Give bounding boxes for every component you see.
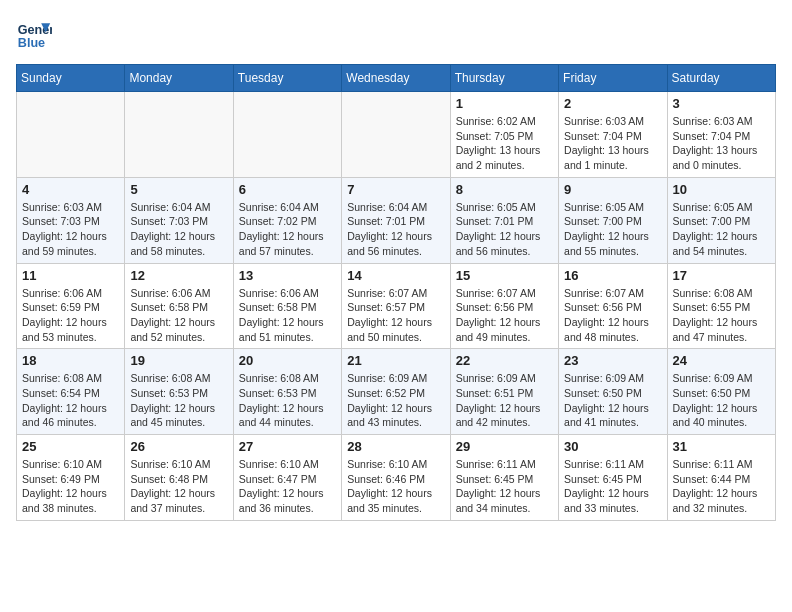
calendar-week-row: 25Sunrise: 6:10 AMSunset: 6:49 PMDayligh… [17, 435, 776, 521]
day-info: Sunrise: 6:04 AMSunset: 7:03 PMDaylight:… [130, 200, 227, 259]
calendar-week-row: 4Sunrise: 6:03 AMSunset: 7:03 PMDaylight… [17, 177, 776, 263]
calendar-header-row: SundayMondayTuesdayWednesdayThursdayFrid… [17, 65, 776, 92]
calendar-table: SundayMondayTuesdayWednesdayThursdayFrid… [16, 64, 776, 521]
calendar-day-cell: 7Sunrise: 6:04 AMSunset: 7:01 PMDaylight… [342, 177, 450, 263]
day-number: 21 [347, 353, 444, 368]
calendar-day-cell [342, 92, 450, 178]
calendar-header-tuesday: Tuesday [233, 65, 341, 92]
day-info: Sunrise: 6:06 AMSunset: 6:59 PMDaylight:… [22, 286, 119, 345]
calendar-header-thursday: Thursday [450, 65, 558, 92]
day-number: 18 [22, 353, 119, 368]
day-number: 22 [456, 353, 553, 368]
calendar-day-cell: 6Sunrise: 6:04 AMSunset: 7:02 PMDaylight… [233, 177, 341, 263]
day-number: 3 [673, 96, 770, 111]
page-header: General Blue [16, 16, 776, 52]
day-info: Sunrise: 6:11 AMSunset: 6:45 PMDaylight:… [456, 457, 553, 516]
calendar-header-sunday: Sunday [17, 65, 125, 92]
calendar-day-cell: 1Sunrise: 6:02 AMSunset: 7:05 PMDaylight… [450, 92, 558, 178]
calendar-day-cell: 11Sunrise: 6:06 AMSunset: 6:59 PMDayligh… [17, 263, 125, 349]
day-number: 17 [673, 268, 770, 283]
day-number: 7 [347, 182, 444, 197]
day-info: Sunrise: 6:05 AMSunset: 7:00 PMDaylight:… [564, 200, 661, 259]
day-number: 16 [564, 268, 661, 283]
calendar-week-row: 11Sunrise: 6:06 AMSunset: 6:59 PMDayligh… [17, 263, 776, 349]
calendar-day-cell: 20Sunrise: 6:08 AMSunset: 6:53 PMDayligh… [233, 349, 341, 435]
day-info: Sunrise: 6:11 AMSunset: 6:44 PMDaylight:… [673, 457, 770, 516]
day-info: Sunrise: 6:11 AMSunset: 6:45 PMDaylight:… [564, 457, 661, 516]
svg-text:Blue: Blue [18, 36, 45, 50]
calendar-day-cell [125, 92, 233, 178]
day-info: Sunrise: 6:05 AMSunset: 7:01 PMDaylight:… [456, 200, 553, 259]
day-number: 25 [22, 439, 119, 454]
day-number: 5 [130, 182, 227, 197]
calendar-day-cell: 27Sunrise: 6:10 AMSunset: 6:47 PMDayligh… [233, 435, 341, 521]
day-number: 31 [673, 439, 770, 454]
day-info: Sunrise: 6:03 AMSunset: 7:04 PMDaylight:… [673, 114, 770, 173]
logo-icon: General Blue [16, 16, 52, 52]
day-info: Sunrise: 6:03 AMSunset: 7:04 PMDaylight:… [564, 114, 661, 173]
calendar-day-cell: 18Sunrise: 6:08 AMSunset: 6:54 PMDayligh… [17, 349, 125, 435]
logo: General Blue [16, 16, 56, 52]
day-number: 2 [564, 96, 661, 111]
calendar-day-cell: 21Sunrise: 6:09 AMSunset: 6:52 PMDayligh… [342, 349, 450, 435]
day-number: 9 [564, 182, 661, 197]
day-number: 1 [456, 96, 553, 111]
day-number: 15 [456, 268, 553, 283]
day-info: Sunrise: 6:09 AMSunset: 6:51 PMDaylight:… [456, 371, 553, 430]
calendar-day-cell: 28Sunrise: 6:10 AMSunset: 6:46 PMDayligh… [342, 435, 450, 521]
calendar-header-friday: Friday [559, 65, 667, 92]
day-info: Sunrise: 6:07 AMSunset: 6:56 PMDaylight:… [456, 286, 553, 345]
calendar-header-monday: Monday [125, 65, 233, 92]
day-number: 29 [456, 439, 553, 454]
calendar-day-cell: 26Sunrise: 6:10 AMSunset: 6:48 PMDayligh… [125, 435, 233, 521]
day-info: Sunrise: 6:10 AMSunset: 6:47 PMDaylight:… [239, 457, 336, 516]
day-info: Sunrise: 6:04 AMSunset: 7:02 PMDaylight:… [239, 200, 336, 259]
day-info: Sunrise: 6:06 AMSunset: 6:58 PMDaylight:… [239, 286, 336, 345]
calendar-day-cell: 13Sunrise: 6:06 AMSunset: 6:58 PMDayligh… [233, 263, 341, 349]
calendar-day-cell: 16Sunrise: 6:07 AMSunset: 6:56 PMDayligh… [559, 263, 667, 349]
day-info: Sunrise: 6:03 AMSunset: 7:03 PMDaylight:… [22, 200, 119, 259]
day-number: 11 [22, 268, 119, 283]
calendar-day-cell: 29Sunrise: 6:11 AMSunset: 6:45 PMDayligh… [450, 435, 558, 521]
calendar-day-cell: 10Sunrise: 6:05 AMSunset: 7:00 PMDayligh… [667, 177, 775, 263]
day-number: 27 [239, 439, 336, 454]
calendar-week-row: 18Sunrise: 6:08 AMSunset: 6:54 PMDayligh… [17, 349, 776, 435]
day-info: Sunrise: 6:08 AMSunset: 6:53 PMDaylight:… [239, 371, 336, 430]
day-info: Sunrise: 6:10 AMSunset: 6:48 PMDaylight:… [130, 457, 227, 516]
day-number: 10 [673, 182, 770, 197]
calendar-day-cell: 25Sunrise: 6:10 AMSunset: 6:49 PMDayligh… [17, 435, 125, 521]
day-number: 24 [673, 353, 770, 368]
calendar-day-cell: 8Sunrise: 6:05 AMSunset: 7:01 PMDaylight… [450, 177, 558, 263]
calendar-day-cell: 4Sunrise: 6:03 AMSunset: 7:03 PMDaylight… [17, 177, 125, 263]
day-number: 12 [130, 268, 227, 283]
calendar-day-cell: 9Sunrise: 6:05 AMSunset: 7:00 PMDaylight… [559, 177, 667, 263]
day-info: Sunrise: 6:10 AMSunset: 6:49 PMDaylight:… [22, 457, 119, 516]
calendar-header-saturday: Saturday [667, 65, 775, 92]
day-info: Sunrise: 6:09 AMSunset: 6:50 PMDaylight:… [673, 371, 770, 430]
calendar-day-cell: 31Sunrise: 6:11 AMSunset: 6:44 PMDayligh… [667, 435, 775, 521]
day-number: 28 [347, 439, 444, 454]
day-number: 26 [130, 439, 227, 454]
day-info: Sunrise: 6:07 AMSunset: 6:56 PMDaylight:… [564, 286, 661, 345]
day-number: 6 [239, 182, 336, 197]
calendar-day-cell: 12Sunrise: 6:06 AMSunset: 6:58 PMDayligh… [125, 263, 233, 349]
day-number: 8 [456, 182, 553, 197]
day-number: 30 [564, 439, 661, 454]
day-number: 19 [130, 353, 227, 368]
day-info: Sunrise: 6:04 AMSunset: 7:01 PMDaylight:… [347, 200, 444, 259]
day-info: Sunrise: 6:09 AMSunset: 6:50 PMDaylight:… [564, 371, 661, 430]
calendar-day-cell: 2Sunrise: 6:03 AMSunset: 7:04 PMDaylight… [559, 92, 667, 178]
calendar-day-cell: 23Sunrise: 6:09 AMSunset: 6:50 PMDayligh… [559, 349, 667, 435]
day-number: 14 [347, 268, 444, 283]
day-info: Sunrise: 6:02 AMSunset: 7:05 PMDaylight:… [456, 114, 553, 173]
calendar-day-cell: 14Sunrise: 6:07 AMSunset: 6:57 PMDayligh… [342, 263, 450, 349]
day-info: Sunrise: 6:06 AMSunset: 6:58 PMDaylight:… [130, 286, 227, 345]
calendar-day-cell: 3Sunrise: 6:03 AMSunset: 7:04 PMDaylight… [667, 92, 775, 178]
calendar-week-row: 1Sunrise: 6:02 AMSunset: 7:05 PMDaylight… [17, 92, 776, 178]
calendar-day-cell: 5Sunrise: 6:04 AMSunset: 7:03 PMDaylight… [125, 177, 233, 263]
calendar-header-wednesday: Wednesday [342, 65, 450, 92]
calendar-day-cell: 15Sunrise: 6:07 AMSunset: 6:56 PMDayligh… [450, 263, 558, 349]
calendar-day-cell [17, 92, 125, 178]
day-info: Sunrise: 6:10 AMSunset: 6:46 PMDaylight:… [347, 457, 444, 516]
day-info: Sunrise: 6:05 AMSunset: 7:00 PMDaylight:… [673, 200, 770, 259]
